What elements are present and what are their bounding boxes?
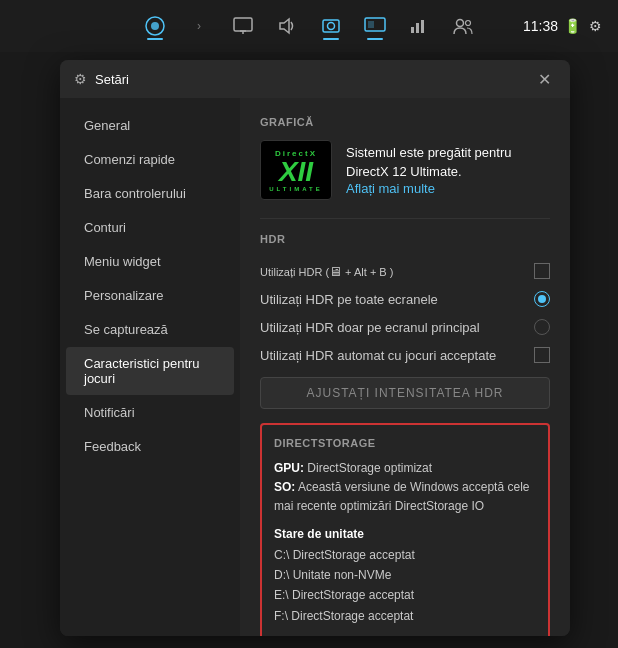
hdr-row-2: Utilizați HDR pe toate ecranele [260,285,550,313]
directx-main-text: Sistemul este pregătit pentru DirectX 12… [346,144,550,180]
sidebar-item-caracteristici[interactable]: Caracteristici pentru jocuri [66,347,234,395]
hdr-row-3: Utilizați HDR doar pe ecranul principal [260,313,550,341]
sidebar-item-general[interactable]: General [66,109,234,142]
users-icon[interactable] [447,10,479,42]
sidebar-item-conturi[interactable]: Conturi [66,211,234,244]
volume-icon[interactable] [271,10,303,42]
hdr-row-4: Utilizați HDR automat cu jocuri acceptat… [260,341,550,369]
adjust-hdr-button[interactable]: AJUSTAȚI INTENSITATEA HDR [260,377,550,409]
chevron-right-icon[interactable]: › [183,10,215,42]
directstorage-section: DIRECTSTORAGE GPU: DirectStorage optimiz… [260,423,550,636]
svg-point-7 [328,23,335,30]
close-button[interactable]: ✕ [532,67,556,91]
settings-icon[interactable]: ⚙ [589,18,602,34]
monitor-icon[interactable] [227,10,259,42]
stats-icon[interactable] [403,10,435,42]
sidebar-item-captura[interactable]: Se capturează [66,313,234,346]
directx-text-block: Sistemul este pregătit pentru DirectX 12… [346,144,550,195]
battery-icon: 🔋 [564,18,581,34]
ds-drives-section: Stare de unitate C:\ DirectStorage accep… [274,527,536,627]
ds-drive-f: F:\ DirectStorage acceptat [274,606,536,626]
display-icon[interactable] [359,10,391,42]
sidebar-item-bara[interactable]: Bara controlerului [66,177,234,210]
ds-gpu-text: GPU: DirectStorage optimizat SO: Această… [274,459,536,517]
svg-point-13 [457,20,464,27]
hdr-checkbox-1[interactable] [534,263,550,279]
hdr-label-3: Utilizați HDR doar pe ecranul principal [260,320,480,335]
sidebar-item-personalizare[interactable]: Personalizare [66,279,234,312]
sidebar-item-feedback[interactable]: Feedback [66,430,234,463]
directx-logo-bottom: ULTIMATE [269,186,322,192]
hdr-row-1: Utilizați HDR (🖥 + Alt + B ) [260,257,550,285]
capture-icon[interactable] [315,10,347,42]
svg-rect-10 [411,27,414,33]
svg-rect-2 [234,18,252,31]
directx-link[interactable]: Aflați mai multe [346,181,550,196]
ds-so-label: SO: [274,480,295,494]
xbox-icon[interactable] [139,10,171,42]
settings-window: ⚙ Setări ✕ General Comenzi rapide Bara c… [60,60,570,636]
ds-gpu-value: DirectStorage optimizat [307,461,432,475]
window-titlebar: ⚙ Setări ✕ [60,60,570,98]
directx-card: DirectX XII ULTIMATE Sistemul este pregă… [260,140,550,200]
ds-so-value: Această versiune de Windows acceptă cele… [274,480,529,513]
sidebar: General Comenzi rapide Bara controlerulu… [60,98,240,636]
hdr-label-2: Utilizați HDR pe toate ecranele [260,292,438,307]
window-body: General Comenzi rapide Bara controlerulu… [60,98,570,636]
hdr-radio-main[interactable] [534,319,550,335]
ds-drive-c: C:\ DirectStorage acceptat [274,545,536,565]
svg-point-14 [466,21,471,26]
hdr-label-1: Utilizați HDR (🖥 + Alt + B ) [260,264,393,279]
ds-gpu-label: GPU: [274,461,304,475]
ds-drive-d: D:\ Unitate non-NVMe [274,565,536,585]
taskbar: › 11:38 🔋 ⚙ [0,0,618,52]
ds-drives-title: Stare de unitate [274,527,536,541]
divider-1 [260,218,550,219]
hdr-label-4: Utilizați HDR automat cu jocuri acceptat… [260,348,496,363]
directx-logo: DirectX XII ULTIMATE [260,140,332,200]
sidebar-item-comenzi[interactable]: Comenzi rapide [66,143,234,176]
hdr-checkbox-4[interactable] [534,347,550,363]
hdr-section-label: HDR [260,233,550,245]
svg-rect-9 [368,21,374,28]
sidebar-item-meniu[interactable]: Meniu widget [66,245,234,278]
system-tray: 🔋 ⚙ [564,18,602,34]
graphics-section-label: GRAFICĂ [260,116,550,128]
svg-point-1 [151,22,159,30]
svg-rect-12 [421,20,424,33]
taskbar-icons: › [139,10,479,42]
svg-rect-11 [416,23,419,33]
hdr-radio-all[interactable] [534,291,550,307]
directx-logo-xii: XII [279,158,313,186]
clock: 11:38 [523,18,558,34]
sidebar-item-notificari[interactable]: Notificări [66,396,234,429]
svg-marker-5 [280,19,289,33]
settings-title-icon: ⚙ [74,71,87,87]
content-panel: GRAFICĂ DirectX XII ULTIMATE Sistemul es… [240,98,570,636]
ds-drive-e: E:\ DirectStorage acceptat [274,585,536,605]
ds-section-label: DIRECTSTORAGE [274,437,536,449]
window-title: Setări [95,72,532,87]
